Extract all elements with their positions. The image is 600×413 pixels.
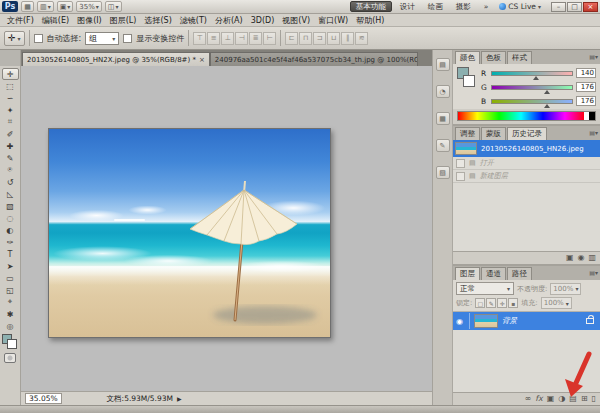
- slider-thumb[interactable]: [544, 90, 550, 94]
- screen-mode-icon[interactable]: ◫ ▾: [105, 1, 122, 12]
- bridge-icon[interactable]: ▦: [21, 1, 34, 12]
- panel-icon-2[interactable]: ◔: [436, 85, 450, 98]
- distribute-top-icon[interactable]: ⊏: [285, 32, 298, 45]
- panel-icon-3[interactable]: ▦: [436, 112, 450, 125]
- distribute-center-icon[interactable]: ∥: [341, 32, 354, 45]
- workspace-photography-button[interactable]: 摄影: [451, 1, 476, 12]
- hand-tool[interactable]: ✱: [2, 308, 19, 320]
- blend-mode-select[interactable]: 正常 ▾: [456, 282, 514, 295]
- menu-analysis[interactable]: 分析(A): [211, 15, 247, 26]
- workspace-design-button[interactable]: 设计: [395, 1, 420, 12]
- delete-layer-icon[interactable]: ▯: [592, 394, 596, 404]
- close-button[interactable]: ×: [583, 2, 598, 12]
- visibility-eye-icon[interactable]: ◉: [456, 313, 470, 329]
- layer-mask-icon[interactable]: ▣: [547, 394, 555, 404]
- layer-style-icon[interactable]: fx: [535, 394, 543, 404]
- fill-field[interactable]: 100% ▾: [541, 297, 572, 309]
- auto-select-checkbox[interactable]: [34, 34, 43, 43]
- tab-channels[interactable]: 通道: [481, 267, 506, 280]
- tool-preset-button[interactable]: ✛ ▾: [4, 31, 25, 46]
- cs-live-button[interactable]: CS Live ▾: [496, 2, 544, 11]
- red-slider[interactable]: [491, 71, 573, 76]
- lasso-tool[interactable]: ∽: [2, 92, 19, 104]
- panel-icon-4[interactable]: ✎: [436, 139, 450, 152]
- align-bottom-icon[interactable]: ⊥: [221, 32, 234, 45]
- blue-slider[interactable]: [491, 99, 573, 104]
- new-layer-icon[interactable]: ⊞: [581, 394, 588, 404]
- layer-group-icon[interactable]: ▤: [569, 394, 577, 404]
- pen-tool[interactable]: ✑: [2, 236, 19, 248]
- panel-menu-icon[interactable]: ▤▾: [589, 53, 598, 60]
- green-value-field[interactable]: 176: [576, 82, 596, 92]
- move-tool[interactable]: ✛: [2, 68, 19, 80]
- menu-window[interactable]: 窗口(W): [314, 15, 352, 26]
- menu-edit[interactable]: 编辑(E): [38, 15, 73, 26]
- zoom-tool[interactable]: ◎: [2, 320, 19, 332]
- menu-layer[interactable]: 图层(L): [106, 15, 141, 26]
- view-extras-icon[interactable]: ▥ ▾: [37, 1, 54, 12]
- history-snapshot-row[interactable]: 20130526140805_HN26.jpeg: [453, 140, 600, 157]
- gradient-tool[interactable]: ▧: [2, 200, 19, 212]
- tab-layers[interactable]: 图层: [455, 267, 480, 280]
- document-tab-active[interactable]: 20130526140805_HN2X.jpeg @ 35%(RGB/8#) *…: [22, 52, 210, 66]
- tab-swatches[interactable]: 色板: [481, 51, 506, 64]
- beach-photo-canvas[interactable]: [48, 128, 331, 338]
- panel-menu-icon[interactable]: ▤▾: [589, 269, 598, 276]
- menu-select[interactable]: 选择(S): [140, 15, 175, 26]
- menu-3d[interactable]: 3D(D): [247, 16, 279, 25]
- workspace-essentials-button[interactable]: 基本功能: [350, 1, 392, 12]
- panel-menu-icon[interactable]: ▤▾: [589, 129, 598, 136]
- quick-select-tool[interactable]: ✦: [2, 104, 19, 116]
- type-tool[interactable]: T: [2, 248, 19, 260]
- black-swatch[interactable]: [589, 112, 595, 120]
- tab-paths[interactable]: 路径: [507, 267, 532, 280]
- history-source-well[interactable]: [456, 159, 465, 168]
- align-middle-icon[interactable]: ≡: [207, 32, 220, 45]
- background-color-swatch[interactable]: [463, 75, 475, 87]
- lock-all-icon[interactable]: ▪: [508, 298, 518, 308]
- menu-image[interactable]: 图像(I): [73, 15, 106, 26]
- background-color-swatch[interactable]: [7, 339, 17, 349]
- canvas-area[interactable]: [21, 66, 432, 391]
- adjustment-layer-icon[interactable]: ◑: [558, 394, 565, 404]
- green-slider[interactable]: [491, 85, 573, 90]
- distribute-bottom-icon[interactable]: ⊐: [313, 32, 326, 45]
- maximize-button[interactable]: □: [567, 2, 582, 12]
- lock-pixels-icon[interactable]: ✎: [486, 298, 496, 308]
- align-left-icon[interactable]: ⊣: [235, 32, 248, 45]
- slider-thumb[interactable]: [544, 104, 550, 108]
- tab-history[interactable]: 历史记录: [507, 127, 547, 140]
- crop-tool[interactable]: ⌗: [2, 116, 19, 128]
- blur-tool[interactable]: ◌: [2, 212, 19, 224]
- background-layer-row[interactable]: ◉ 背景: [453, 312, 600, 330]
- panel-icon-1[interactable]: ▤: [436, 58, 450, 71]
- rotate-3d-tool[interactable]: ◱: [2, 284, 19, 296]
- menu-file[interactable]: 文件(F): [3, 15, 38, 26]
- delete-state-icon[interactable]: ▥: [588, 253, 596, 263]
- lock-transparency-icon[interactable]: ▢: [475, 298, 485, 308]
- dodge-tool[interactable]: ◐: [2, 224, 19, 236]
- align-right-icon[interactable]: ⊢: [263, 32, 276, 45]
- quick-mask-button[interactable]: [4, 353, 16, 363]
- path-select-tool[interactable]: ➤: [2, 260, 19, 272]
- workspace-more-button[interactable]: »: [479, 1, 494, 12]
- eyedropper-tool[interactable]: ✐: [2, 128, 19, 140]
- panel-icon-5[interactable]: ▧: [436, 166, 450, 179]
- arrange-documents-icon[interactable]: ▣ ▾: [57, 1, 74, 12]
- close-icon[interactable]: ×: [199, 56, 205, 64]
- new-snapshot-icon[interactable]: ◉: [577, 253, 584, 263]
- link-layers-icon[interactable]: ∞: [525, 394, 532, 404]
- status-options-icon[interactable]: ▶: [177, 395, 182, 402]
- menu-help[interactable]: 帮助(H): [352, 15, 388, 26]
- healing-brush-tool[interactable]: ✚: [2, 140, 19, 152]
- eraser-tool[interactable]: ◺: [2, 188, 19, 200]
- clone-stamp-tool[interactable]: ⍟: [2, 164, 19, 176]
- minimize-button[interactable]: –: [551, 2, 566, 12]
- history-state-row[interactable]: ▤ 新建图层: [453, 170, 600, 183]
- brush-tool[interactable]: ✎: [2, 152, 19, 164]
- red-value-field[interactable]: 140: [576, 68, 596, 78]
- document-tab-inactive[interactable]: 240976aa501c4e5f4af46a537075cb34_th.jpg …: [210, 52, 418, 66]
- tab-masks[interactable]: 蒙版: [481, 127, 506, 140]
- zoom-level-select[interactable]: 35% ▾: [76, 1, 102, 12]
- tab-styles[interactable]: 样式: [507, 51, 532, 64]
